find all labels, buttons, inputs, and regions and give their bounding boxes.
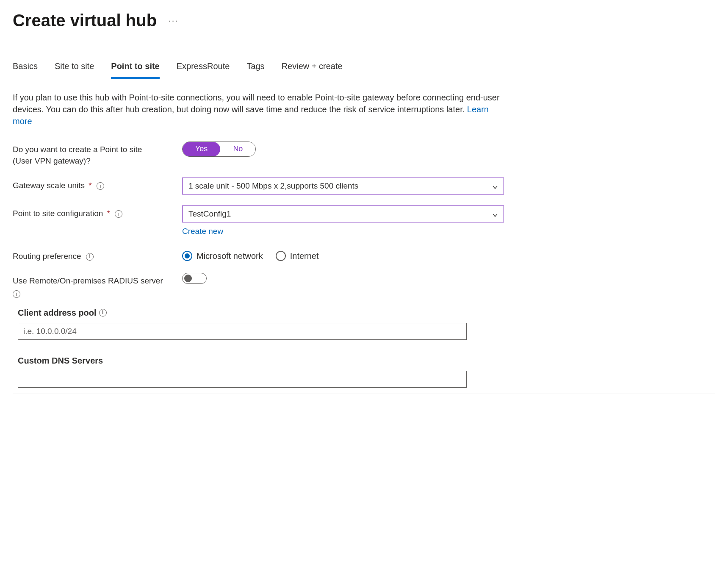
description-text: If you plan to use this hub with Point-t… — [13, 93, 500, 114]
p2s-config-value: TestConfig1 — [188, 208, 231, 220]
info-icon[interactable]: i — [99, 309, 107, 317]
info-icon[interactable]: i — [86, 253, 94, 261]
routing-pref-ms-radio[interactable]: Microsoft network — [182, 250, 263, 262]
tab-review-create[interactable]: Review + create — [282, 58, 343, 79]
gateway-scale-label: Gateway scale units — [13, 181, 85, 190]
more-actions-icon[interactable]: ··· — [169, 14, 178, 26]
create-new-config-link[interactable]: Create new — [182, 227, 223, 236]
required-indicator: * — [89, 181, 91, 190]
required-indicator: * — [107, 209, 110, 218]
p2s-config-label: Point to site configuration — [13, 209, 103, 218]
radius-label: Use Remote/On-premises RADIUS server — [13, 276, 163, 285]
radius-toggle[interactable] — [182, 273, 207, 284]
radio-unchecked-icon — [276, 251, 286, 261]
tab-description: If you plan to use this hub with Point-t… — [13, 92, 500, 127]
page-title: Create virtual hub — [13, 8, 157, 32]
routing-pref-internet-radio[interactable]: Internet — [276, 250, 319, 262]
tab-expressroute[interactable]: ExpressRoute — [177, 58, 230, 79]
routing-pref-internet-label: Internet — [290, 250, 319, 262]
tab-site-to-site[interactable]: Site to site — [55, 58, 94, 79]
p2s-config-select[interactable]: TestConfig1 — [182, 206, 504, 222]
tabs: Basics Site to site Point to site Expres… — [13, 58, 715, 79]
chevron-down-icon — [492, 211, 498, 217]
info-icon[interactable]: i — [115, 210, 122, 218]
info-icon[interactable]: i — [97, 182, 104, 190]
create-p2s-label-line2: (User VPN gateway)? — [13, 156, 182, 167]
tab-point-to-site[interactable]: Point to site — [111, 58, 159, 79]
custom-dns-input[interactable] — [18, 371, 467, 388]
gateway-scale-select[interactable]: 1 scale unit - 500 Mbps x 2,supports 500… — [182, 178, 504, 194]
toggle-knob-icon — [184, 275, 192, 282]
create-p2s-label-line1: Do you want to create a Point to site — [13, 144, 142, 156]
client-pool-input[interactable] — [18, 323, 467, 340]
client-pool-header: Client address pool — [18, 307, 97, 319]
create-p2s-yes-button[interactable]: Yes — [183, 142, 220, 156]
routing-pref-label: Routing preference — [13, 252, 81, 261]
routing-pref-ms-label: Microsoft network — [197, 250, 263, 262]
tab-tags[interactable]: Tags — [246, 58, 264, 79]
gateway-scale-value: 1 scale unit - 500 Mbps x 2,supports 500… — [188, 181, 358, 192]
radio-checked-icon — [182, 251, 192, 261]
create-p2s-toggle-group: Yes No — [182, 142, 256, 157]
tab-basics[interactable]: Basics — [13, 58, 38, 79]
custom-dns-header: Custom DNS Servers — [18, 355, 103, 367]
info-icon[interactable]: i — [13, 290, 20, 298]
create-p2s-no-button[interactable]: No — [220, 142, 255, 156]
chevron-down-icon — [492, 183, 498, 189]
